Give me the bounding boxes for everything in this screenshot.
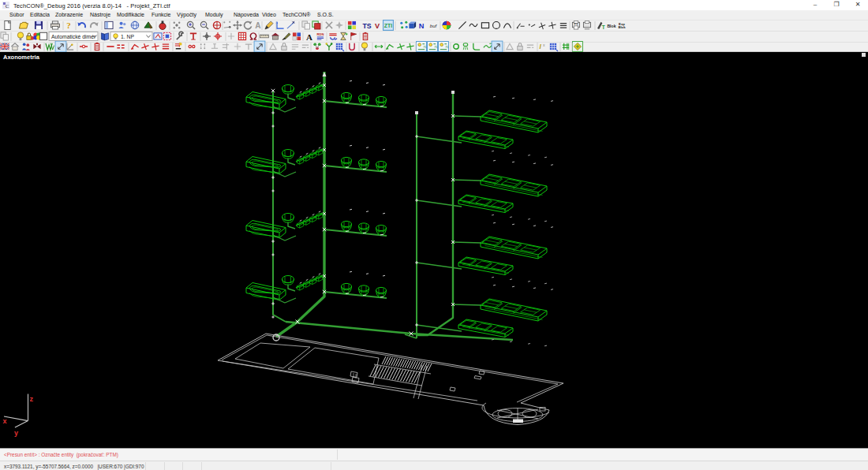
svg-text:buf: buf (430, 24, 438, 28)
svg-text:Blok: Blok (618, 25, 626, 29)
svg-text:A: A (306, 32, 312, 42)
svg-text:Automatické dimer: Automatické dimer (51, 34, 96, 39)
svg-text:V: V (375, 22, 380, 30)
svg-text:I: I (540, 43, 542, 50)
svg-text:N: N (419, 22, 425, 30)
svg-text:1. NP: 1. NP (121, 34, 134, 39)
svg-text:Blok: Blok (607, 24, 615, 28)
svg-text:75: 75 (434, 46, 437, 49)
svg-text:x: x (3, 417, 7, 425)
svg-text:TS: TS (362, 22, 371, 30)
svg-text:z: z (30, 395, 34, 403)
svg-text:T: T (602, 24, 605, 30)
svg-text:75: 75 (445, 46, 448, 49)
svg-text:ZTI: ZTI (384, 23, 392, 28)
svg-text:RDN: RDN (317, 32, 324, 36)
svg-text:y: y (14, 429, 18, 437)
svg-text:A: A (255, 21, 261, 30)
svg-text:PS: PS (574, 23, 578, 26)
svg-text:75: 75 (423, 46, 426, 49)
svg-text:x: x (543, 43, 545, 47)
svg-text:?: ? (66, 21, 71, 30)
